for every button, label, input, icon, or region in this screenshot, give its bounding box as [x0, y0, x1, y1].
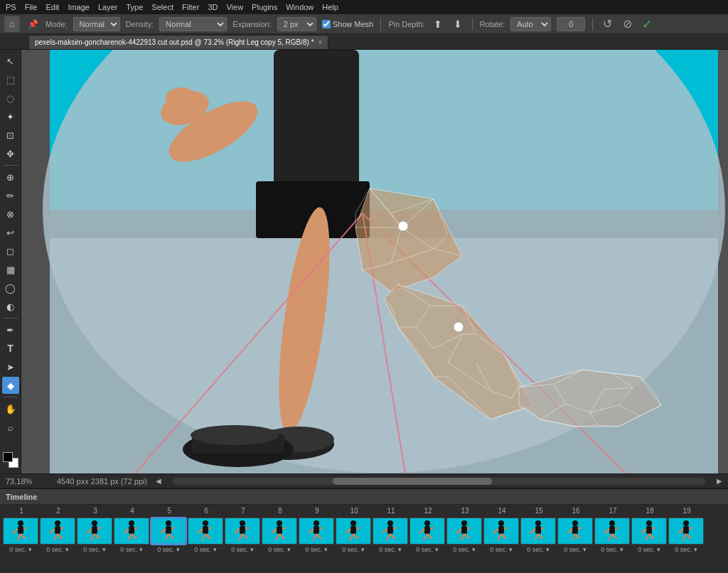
frame-thumb-1[interactable] — [3, 518, 38, 545]
path-selection-tool[interactable]: ➤ — [2, 358, 19, 375]
home-button[interactable]: ⌂ — [4, 16, 20, 32]
frame-duration-10[interactable]: 0 sec. ▾ — [336, 546, 371, 553]
menu-layer[interactable]: Layer — [98, 3, 118, 11]
scroll-thumb[interactable] — [333, 478, 493, 485]
frame-duration-6[interactable]: 0 sec. ▾ — [188, 546, 223, 553]
color-swatches[interactable] — [3, 452, 18, 468]
menu-file[interactable]: File — [25, 3, 38, 11]
blur-tool[interactable]: ◯ — [2, 279, 19, 296]
frame-duration-18[interactable]: 0 sec. ▾ — [631, 546, 667, 553]
frame-thumb-8[interactable] — [262, 518, 297, 545]
foreground-color-swatch[interactable] — [3, 452, 13, 462]
move-tool[interactable]: ↖ — [2, 53, 19, 70]
menu-help[interactable]: Help — [322, 3, 338, 11]
pin-icon[interactable]: 📌 — [26, 17, 40, 31]
frame-thumb-12[interactable] — [410, 518, 445, 545]
pen-tool[interactable]: ✒ — [2, 321, 19, 338]
quick-select-tool[interactable]: ✦ — [2, 108, 19, 125]
menu-image[interactable]: Image — [68, 3, 90, 11]
undo-button[interactable]: ↺ — [600, 17, 614, 31]
frame-thumb-9[interactable] — [299, 518, 334, 545]
frame-duration-5[interactable]: 0 sec. ▾ — [151, 546, 186, 553]
clone-stamp-tool[interactable]: ⊗ — [2, 205, 19, 223]
dodge-tool[interactable]: ◐ — [2, 298, 19, 315]
menu-filter[interactable]: Filter — [182, 3, 199, 11]
frame-thumb-18[interactable] — [631, 518, 667, 545]
frame-thumb-16[interactable] — [557, 518, 593, 545]
frame-thumb-15[interactable] — [520, 518, 556, 545]
frame-thumb-17[interactable] — [594, 518, 630, 545]
menu-window[interactable]: Window — [286, 3, 314, 11]
heal-brush-tool[interactable]: ⊕ — [2, 168, 19, 186]
hand-tool[interactable]: ✋ — [2, 400, 19, 417]
cancel-button[interactable]: ⊘ — [620, 17, 634, 31]
menu-plugins[interactable]: Plugins — [252, 3, 277, 11]
eraser-tool[interactable]: ◻ — [2, 242, 19, 259]
frame-duration-13[interactable]: 0 sec. ▾ — [446, 546, 482, 553]
selection-tool[interactable]: ⬚ — [2, 71, 19, 88]
active-tab[interactable]: pexels-maksim-goncharenok-4422913 cut ou… — [28, 35, 328, 49]
mode-select[interactable]: Normal Rigid Distort — [73, 17, 120, 31]
puppet-warp-tool[interactable]: ◆ — [2, 377, 19, 394]
menu-select[interactable]: Select — [151, 3, 173, 11]
color-swatch-pair[interactable] — [3, 452, 18, 468]
frame-thumb-11[interactable] — [373, 518, 408, 545]
eyedropper-tool[interactable]: ✥ — [2, 145, 19, 162]
canvas-area[interactable] — [21, 50, 728, 473]
menu-edit[interactable]: Edit — [46, 3, 59, 11]
crop-tool[interactable]: ⊡ — [2, 127, 19, 144]
density-select[interactable]: Normal Fewer Points More Points — [159, 17, 227, 31]
pin-depth-down-icon[interactable]: ⬇ — [451, 17, 465, 31]
frame-thumb-2[interactable] — [40, 518, 75, 545]
rotate-select[interactable]: Auto Fixed None — [510, 17, 551, 31]
frame-thumb-7[interactable] — [225, 518, 260, 545]
separator-1 — [380, 18, 381, 31]
frame-duration-11[interactable]: 0 sec. ▾ — [373, 546, 408, 553]
frame-duration-8[interactable]: 0 sec. ▾ — [262, 546, 297, 553]
frame-thumb-3[interactable] — [77, 518, 112, 545]
frame-duration-16[interactable]: 0 sec. ▾ — [557, 546, 593, 553]
frame-thumb-14[interactable] — [483, 518, 519, 545]
frame-duration-17[interactable]: 0 sec. ▾ — [594, 546, 630, 553]
frame-duration-9[interactable]: 0 sec. ▾ — [299, 546, 334, 553]
nav-left-arrow[interactable]: ◀ — [156, 477, 161, 485]
menu-view[interactable]: View — [226, 3, 243, 11]
lasso-tool[interactable]: ◌ — [2, 90, 19, 107]
scroll-bar[interactable] — [173, 478, 705, 485]
frame-number-16: 16 — [557, 507, 594, 515]
frame-thumb-5[interactable] — [151, 518, 186, 545]
frame-thumb-4[interactable] — [114, 518, 149, 545]
svg-point-126 — [203, 520, 208, 526]
frame-thumb-13[interactable] — [446, 518, 482, 545]
frame-thumb-19[interactable] — [668, 518, 704, 545]
frame-duration-7[interactable]: 0 sec. ▾ — [225, 546, 260, 553]
menu-3d[interactable]: 3D — [208, 3, 218, 11]
frame-thumb-10[interactable] — [336, 518, 371, 545]
frame-number-8: 8 — [262, 507, 299, 515]
menu-type[interactable]: Type — [127, 3, 144, 11]
frame-duration-12[interactable]: 0 sec. ▾ — [410, 546, 445, 553]
tab-close-button[interactable]: × — [318, 38, 323, 46]
confirm-button[interactable]: ✓ — [640, 17, 654, 31]
frame-thumb-6[interactable] — [188, 518, 223, 545]
type-tool[interactable]: T — [2, 340, 19, 357]
svg-point-168 — [424, 520, 430, 526]
menu-ps[interactable]: PS — [6, 3, 16, 11]
frame-duration-2[interactable]: 0 sec. ▾ — [40, 546, 75, 553]
show-mesh-checkbox[interactable] — [322, 20, 331, 28]
frame-duration-14[interactable]: 0 sec. ▾ — [483, 546, 519, 553]
brush-tool[interactable]: ✏ — [2, 187, 19, 204]
rotate-angle-input[interactable] — [557, 17, 585, 31]
expansion-select[interactable]: 2 px — [277, 17, 316, 31]
pin-depth-up-icon[interactable]: ⬆ — [431, 17, 445, 31]
frame-duration-15[interactable]: 0 sec. ▾ — [520, 546, 556, 553]
frame-duration-1[interactable]: 0 sec. ▾ — [3, 546, 38, 553]
frame-duration-3[interactable]: 0 sec. ▾ — [77, 546, 112, 553]
history-brush-tool[interactable]: ↩ — [2, 224, 19, 241]
nav-right-arrow[interactable]: ▶ — [717, 477, 722, 485]
frame-duration-19[interactable]: 0 sec. ▾ — [668, 546, 704, 553]
zoom-tool[interactable]: ⌕ — [2, 419, 19, 436]
show-mesh-toggle[interactable]: Show Mesh — [322, 20, 373, 28]
frame-duration-4[interactable]: 0 sec. ▾ — [114, 546, 149, 553]
gradient-tool[interactable]: ▦ — [2, 261, 19, 278]
